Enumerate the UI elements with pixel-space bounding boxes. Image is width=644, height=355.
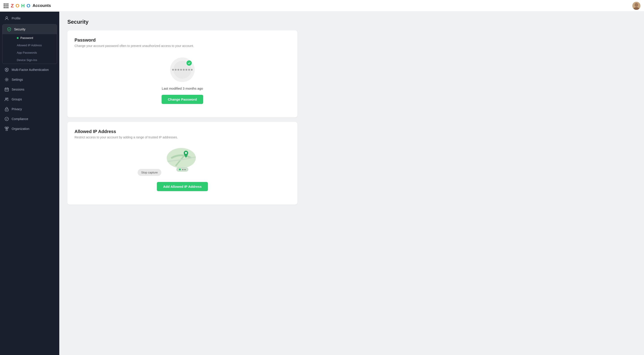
password-inner — [174, 61, 191, 79]
svg-point-5 — [6, 79, 8, 80]
compliance-icon — [4, 117, 9, 121]
svg-point-18 — [185, 152, 187, 154]
pill-dot — [179, 169, 181, 170]
calendar-icon — [4, 87, 9, 92]
sidebar-privacy-label: Privacy — [12, 107, 22, 111]
active-dot — [17, 37, 18, 39]
sidebar-item-profile[interactable]: Profile — [0, 13, 59, 23]
password-circle — [170, 57, 195, 82]
shield-alt-icon — [4, 67, 9, 72]
security-subnav: Password Allowed IP Address App Password… — [2, 34, 57, 64]
map-pill: ● ● — [176, 167, 188, 172]
svg-rect-8 — [6, 90, 7, 90]
map-roads-svg — [167, 148, 196, 168]
sidebar-item-organization[interactable]: Organization — [0, 124, 59, 134]
sidebar-security-label: Security — [14, 27, 26, 31]
svg-rect-15 — [5, 127, 6, 128]
sidebar-item-security[interactable]: Security — [2, 24, 57, 34]
checkmark-badge — [186, 60, 192, 66]
sidebar-settings-label: Settings — [12, 78, 23, 81]
add-ip-button[interactable]: Add Allowed IP Address — [157, 182, 208, 191]
map-bg — [167, 148, 196, 168]
sidebar-item-compliance[interactable]: Compliance — [0, 114, 59, 124]
password-dots — [172, 69, 193, 71]
avatar-image[interactable] — [632, 2, 640, 10]
stop-capture-button[interactable]: Stop capture — [138, 169, 161, 176]
sidebar-item-mfa[interactable]: Multi-Factor Authentication — [0, 65, 59, 75]
sidebar-sessions-label: Sessions — [12, 88, 24, 91]
sidebar: Profile Security Password Allow — [0, 0, 59, 355]
shield-icon — [7, 27, 12, 31]
sidebar-item-sessions[interactable]: Sessions — [0, 84, 59, 94]
sidebar-groups-label: Groups — [12, 97, 22, 101]
svg-point-3 — [6, 16, 8, 18]
security-group: Security Password Allowed IP Address App… — [2, 24, 57, 64]
user-avatar[interactable] — [632, 2, 640, 10]
svg-rect-7 — [6, 90, 6, 90]
sidebar-item-privacy[interactable]: Privacy — [0, 104, 59, 114]
org-icon — [4, 126, 9, 131]
sidebar-compliance-label: Compliance — [12, 117, 28, 121]
topbar: ZOHO Accounts — [0, 0, 644, 12]
sidebar-item-groups[interactable]: Groups — [0, 94, 59, 104]
ip-card-title: Allowed IP Address — [74, 129, 290, 134]
svg-rect-17 — [6, 129, 8, 131]
ip-visual: Stop capture — [74, 144, 290, 197]
svg-point-1 — [634, 3, 638, 7]
password-card-desc: Change your account password often to pr… — [74, 44, 290, 48]
svg-point-13 — [6, 110, 7, 110]
svg-point-10 — [5, 98, 7, 99]
sidebar-item-settings[interactable]: Settings — [0, 75, 59, 84]
sidebar-organization-label: Organization — [12, 127, 29, 131]
page-title: Security — [67, 19, 298, 25]
sidebar-item-device-signins[interactable]: Device Sign-Ins — [14, 56, 57, 64]
ip-address-card: Allowed IP Address Restrict access to yo… — [67, 122, 298, 205]
svg-rect-9 — [8, 90, 8, 90]
sidebar-item-app-passwords[interactable]: App Passwords — [14, 49, 57, 56]
map-illustration: ● ● — [167, 148, 198, 170]
sidebar-item-password[interactable]: Password — [14, 34, 57, 41]
lock-icon — [4, 107, 9, 111]
grid-menu-icon[interactable] — [4, 3, 8, 8]
sidebar-item-allowed-ip[interactable]: Allowed IP Address — [14, 41, 57, 49]
person-icon — [4, 16, 9, 20]
password-card-title: Password — [74, 37, 290, 43]
topbar-left: ZOHO Accounts — [4, 3, 51, 9]
last-modified-text: Last modified 3 months ago — [162, 86, 203, 90]
app-title: Accounts — [33, 3, 51, 8]
sidebar-mfa-label: Multi-Factor Authentication — [12, 68, 49, 71]
svg-point-11 — [7, 98, 8, 99]
ip-card-desc: Restrict access to your account by addin… — [74, 135, 290, 139]
password-visual: Last modified 3 months ago Change Passwo… — [74, 53, 290, 110]
main-inner: Security Password Change your account pa… — [59, 12, 306, 216]
svg-rect-16 — [7, 127, 8, 128]
gear-icon — [4, 77, 9, 82]
map-pin — [183, 151, 189, 159]
people-icon — [4, 97, 9, 101]
change-password-button[interactable]: Change Password — [162, 95, 203, 104]
password-card: Password Change your account password of… — [67, 30, 298, 117]
sidebar-profile-label: Profile — [12, 16, 20, 20]
sidebar-nav: Profile Security Password Allow — [0, 12, 59, 135]
main-content: Security Password Change your account pa… — [59, 0, 644, 355]
zoho-logo: ZOHO — [11, 3, 30, 9]
